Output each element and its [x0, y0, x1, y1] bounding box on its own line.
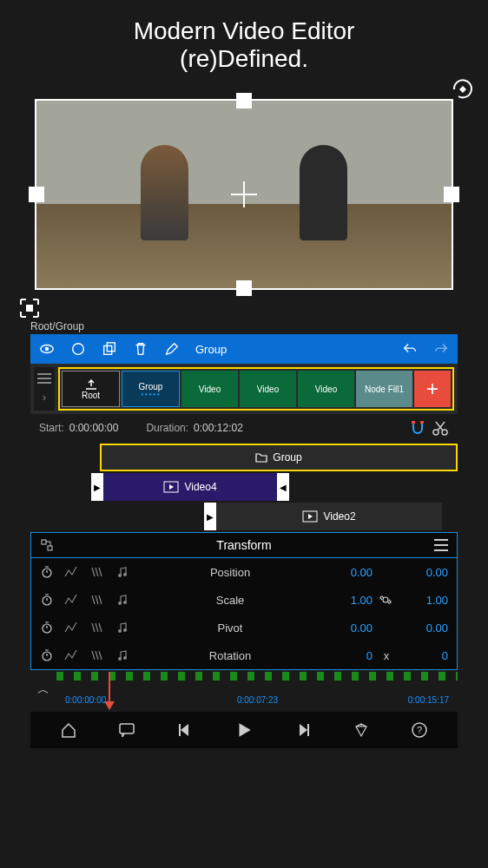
magnet-icon[interactable] [409, 419, 426, 437]
link-icon[interactable]: x [379, 649, 393, 662]
svg-rect-1 [26, 305, 33, 312]
playhead[interactable] [109, 672, 110, 708]
track-clip-video2[interactable]: Video2 [216, 503, 442, 530]
track-handle-right[interactable]: ◀ [277, 473, 289, 501]
svg-point-4 [73, 344, 84, 355]
svg-rect-19 [48, 546, 52, 550]
svg-rect-18 [42, 540, 46, 544]
value-1[interactable]: 0 [325, 649, 373, 662]
rotate-handle[interactable] [450, 76, 476, 102]
track-clip-group[interactable]: Group [100, 444, 458, 471]
clip-video-1[interactable]: Video [181, 371, 238, 407]
track-video4: ▶ Video4 ◀ [30, 473, 458, 501]
trash-icon[interactable] [133, 341, 148, 357]
value-1[interactable]: 0.00 [325, 621, 373, 635]
graph-icon[interactable] [64, 621, 83, 634]
graph-icon[interactable] [64, 649, 83, 661]
transform-header: Transform [31, 533, 457, 558]
track-video4-label: Video4 [184, 481, 216, 493]
svg-rect-10 [412, 421, 415, 424]
undo-icon[interactable] [402, 341, 418, 357]
eye-icon[interactable] [39, 341, 55, 357]
home-icon[interactable] [60, 721, 77, 739]
meta-row: Start: 0:00:00:00 Duration: 0:00:12:02 [30, 414, 458, 442]
stagger-icon[interactable] [90, 566, 109, 578]
stagger-icon[interactable] [90, 649, 109, 661]
crop-icon[interactable] [19, 298, 40, 319]
diamond-icon[interactable] [353, 721, 370, 739]
clip-root[interactable]: Root [62, 371, 120, 407]
note-icon[interactable] [116, 594, 135, 606]
track-handle-left-2[interactable]: ▶ [204, 503, 216, 530]
svg-marker-0 [459, 86, 466, 93]
cut-icon[interactable] [432, 419, 449, 437]
expand-icon[interactable]: ︿ [30, 682, 56, 698]
track-handle-left[interactable]: ▶ [91, 473, 103, 501]
timecode-0: 0:00:00:00 [65, 695, 106, 705]
svg-marker-17 [308, 514, 313, 519]
step-forward-icon[interactable] [294, 721, 312, 739]
clip-video-2[interactable]: Video [240, 371, 296, 407]
expand-tab-icon[interactable]: › [36, 390, 53, 405]
note-icon[interactable] [116, 621, 135, 634]
track-clip-video4[interactable]: Video4 [103, 473, 277, 501]
transform-row-position: Position0.000.00 [31, 558, 457, 586]
svg-marker-38 [239, 723, 250, 736]
stagger-icon[interactable] [90, 594, 109, 606]
stopwatch-icon[interactable] [40, 621, 57, 635]
comment-icon[interactable] [118, 721, 135, 739]
pivot-crosshair[interactable] [231, 181, 257, 207]
note-icon[interactable] [116, 649, 135, 661]
svg-point-34 [123, 656, 127, 660]
resize-handle-right[interactable] [444, 187, 459, 202]
clips-container: Root Group ●●●●● Video Video Video Node … [58, 367, 454, 411]
value-2[interactable]: 0 [400, 649, 448, 662]
duration-value[interactable]: 0:00:12:02 [194, 422, 243, 434]
help-icon[interactable]: ? [411, 721, 428, 739]
resize-handle-bottom[interactable] [236, 280, 252, 296]
timecode-2: 0:00:15:17 [408, 695, 449, 705]
stagger-icon[interactable] [90, 621, 109, 634]
headline-line1: Modern Video Editor [0, 17, 488, 45]
value-2[interactable]: 1.00 [400, 594, 448, 607]
value-2[interactable]: 0.00 [400, 621, 448, 635]
value-1[interactable]: 1.00 [325, 594, 373, 607]
clip-group[interactable]: Group ●●●●● [122, 371, 180, 407]
transform-box-icon[interactable] [40, 538, 54, 552]
resize-handle-left[interactable] [29, 187, 44, 202]
stopwatch-icon[interactable] [40, 648, 57, 662]
redo-icon[interactable] [433, 341, 449, 357]
play-icon[interactable] [234, 720, 254, 740]
preview-canvas[interactable] [35, 99, 453, 290]
graph-icon[interactable] [64, 566, 83, 578]
stopwatch-icon[interactable] [40, 593, 57, 607]
note-icon[interactable] [116, 566, 135, 578]
prop-label: Scale [142, 594, 318, 607]
svg-rect-40 [307, 724, 309, 736]
circle-icon[interactable] [70, 341, 86, 357]
edit-icon[interactable] [164, 341, 180, 357]
stopwatch-icon[interactable] [40, 565, 57, 579]
graph-icon[interactable] [64, 594, 83, 606]
toolbar-label: Group [195, 343, 386, 356]
clip-nodefill[interactable]: Node Fill1 [356, 371, 412, 407]
clip-add-button[interactable]: + [414, 371, 451, 407]
upload-icon [84, 378, 98, 391]
duration-label: Duration: [146, 422, 188, 434]
svg-marker-39 [300, 724, 307, 736]
copy-icon[interactable] [102, 341, 117, 357]
resize-handle-top[interactable] [236, 93, 252, 108]
value-1[interactable]: 0.00 [325, 566, 373, 579]
toolbar-blue: Group [30, 334, 458, 364]
link-icon[interactable] [379, 594, 393, 606]
clip-video-3[interactable]: Video [298, 371, 354, 407]
layers-tab-icon[interactable] [36, 371, 53, 386]
step-back-icon[interactable] [176, 721, 194, 739]
svg-rect-9 [37, 382, 51, 384]
menu-icon[interactable] [434, 539, 448, 551]
svg-point-33 [118, 657, 122, 661]
value-2[interactable]: 0.00 [400, 566, 448, 579]
clip-row: › Root Group ●●●●● Video Video Video Nod… [30, 364, 458, 414]
start-value[interactable]: 0:00:00:00 [69, 422, 119, 434]
time-ruler[interactable]: 0:00:00:00 0:00:07:23 0:00:15:17 [56, 672, 458, 708]
